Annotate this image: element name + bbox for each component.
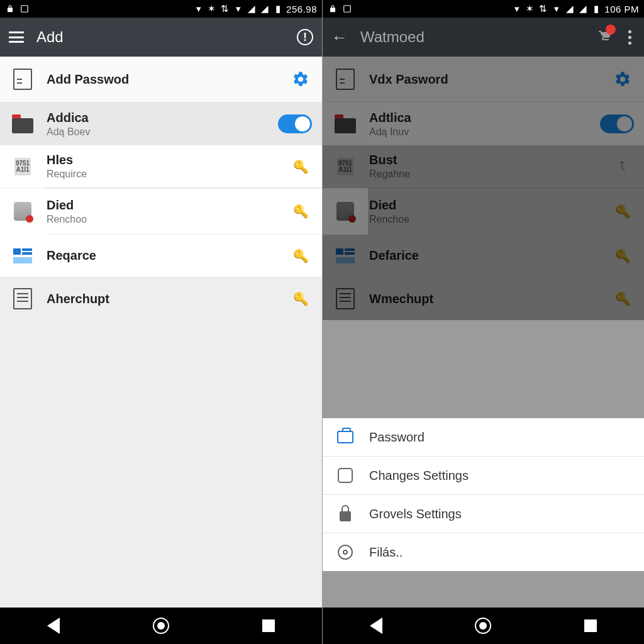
- item-title: Hles: [47, 153, 278, 167]
- toggle-row[interactable]: Addica Adą Boev: [0, 103, 322, 145]
- content-area: Vdx Pasword Adtlica Adą Inuv 9751A1I1 Bu…: [323, 57, 644, 608]
- key-icon[interactable]: 🔑: [611, 248, 634, 264]
- share-icon[interactable]: ⤴: [611, 159, 634, 174]
- header-title: Vdx Pasword: [369, 72, 600, 87]
- settings-gear-icon[interactable]: [611, 70, 634, 88]
- app-bar: ← Watmoed: [323, 18, 644, 57]
- list-item[interactable]: Reqarce 🔑: [0, 235, 322, 277]
- sheet-item-changes[interactable]: Changes Settings: [323, 457, 644, 495]
- list-item[interactable]: Wmechupt 🔑: [323, 277, 644, 320]
- list-item[interactable]: 9751A1I1 Bust Regahne ⤴: [323, 145, 644, 188]
- phone-right: ▾ ✶ ⇅ ▾ ◢ ◢ ▮ 106 PM ← Watmoed Vdx Paswo…: [322, 0, 644, 644]
- lock-status-icon: [328, 4, 337, 14]
- doc-icon: [333, 67, 358, 92]
- settings-gear-icon[interactable]: [289, 70, 312, 88]
- item-title: Wmechupt: [369, 292, 600, 306]
- tiles-icon: [10, 243, 35, 269]
- overflow-menu[interactable]: [625, 30, 635, 45]
- nav-back[interactable]: [41, 613, 66, 638]
- square-outline-icon: [336, 467, 354, 484]
- database-icon: [333, 199, 358, 224]
- item-title: Died: [369, 198, 600, 213]
- alert-icon[interactable]: !: [297, 29, 313, 45]
- app-title: Watmoed: [360, 28, 584, 46]
- list-item[interactable]: Died Renchoe 🔑: [368, 188, 644, 235]
- sheet-label: Changes Settings: [369, 469, 469, 483]
- item-sub: Renchoe: [369, 214, 600, 225]
- header-row[interactable]: Vdx Pasword: [323, 57, 644, 103]
- toggle-switch[interactable]: [600, 114, 634, 133]
- toggle-sub: Adą Boev: [47, 126, 267, 138]
- sheet-label: Filás..: [369, 545, 402, 560]
- battery-icon: ▮: [591, 4, 601, 14]
- list-item[interactable]: Aherchupt 🔑: [0, 277, 322, 320]
- database-icon: [10, 199, 35, 224]
- briefcase-icon: [336, 428, 354, 446]
- item-sub: Requirce: [47, 169, 278, 180]
- nav-bar: [0, 608, 322, 644]
- key-icon[interactable]: 🔑: [611, 204, 634, 219]
- nav-recent[interactable]: [256, 613, 281, 638]
- app-title: Add: [36, 28, 284, 46]
- text-block-icon: 9751A1I1: [333, 154, 358, 179]
- nav-home[interactable]: [470, 613, 496, 638]
- key-icon[interactable]: 🔑: [289, 291, 312, 306]
- item-title: Bust: [369, 153, 600, 167]
- sheet-item-grovels[interactable]: Grovels Settings: [323, 495, 644, 533]
- gear-outline-icon: [336, 543, 354, 561]
- menu-button[interactable]: [9, 31, 24, 43]
- sheet-label: Password: [369, 430, 425, 445]
- phone-left: ▾ ✶ ⇅ ▾ ◢ ◢ ▮ 256.98 Add ! Add Passwod A…: [0, 0, 322, 644]
- status-bar: ▾ ✶ ⇅ ▾ ◢ ◢ ▮ 106 PM: [323, 0, 644, 18]
- updown-icon: ⇅: [538, 4, 548, 14]
- item-title: Aherchupt: [47, 292, 278, 306]
- svg-rect-0: [21, 6, 28, 13]
- key-icon[interactable]: 🔑: [289, 159, 312, 174]
- wifi-icon: ▾: [512, 4, 521, 14]
- battery-icon: ▮: [273, 4, 282, 14]
- signal-icon: ◢: [565, 4, 574, 14]
- folder-icon: [10, 111, 35, 136]
- sheet-item-password[interactable]: Password: [323, 418, 644, 457]
- wifi2-icon: ▾: [552, 4, 561, 14]
- signal-icon: ◢: [247, 4, 256, 14]
- toggle-switch[interactable]: [278, 114, 312, 133]
- app-bar: Add !: [0, 18, 322, 57]
- square-status-icon: [19, 4, 29, 14]
- cell-icon: ◢: [578, 4, 587, 14]
- nav-back[interactable]: [364, 613, 389, 638]
- sheet-item-filas[interactable]: Filás..: [323, 533, 644, 571]
- item-sub: Renchoo: [47, 214, 278, 225]
- toggle-title: Addica: [47, 111, 267, 125]
- list-item[interactable]: Died Renchoo 🔑: [45, 188, 322, 235]
- toggle-row[interactable]: Adtlica Adą Inuv: [323, 103, 644, 145]
- nav-recent[interactable]: [578, 613, 603, 638]
- square-status-icon: [342, 4, 352, 14]
- bluetooth-icon: ✶: [207, 4, 216, 14]
- item-title: Reqarce: [47, 248, 278, 263]
- key-icon[interactable]: 🔑: [289, 204, 312, 219]
- nav-home[interactable]: [148, 613, 174, 638]
- key-icon[interactable]: 🔑: [289, 248, 312, 264]
- status-time: 106 PM: [604, 4, 639, 14]
- cart-icon[interactable]: [597, 28, 612, 46]
- bluetooth-icon: ✶: [525, 4, 535, 14]
- status-bar: ▾ ✶ ⇅ ▾ ◢ ◢ ▮ 256.98: [0, 0, 322, 18]
- doc-lines-icon: [10, 286, 35, 311]
- header-row[interactable]: Add Passwod: [0, 57, 322, 103]
- wifi-icon: ▾: [194, 4, 203, 14]
- updown-icon: ⇅: [220, 4, 230, 14]
- key-icon[interactable]: 🔑: [611, 291, 634, 306]
- list-item[interactable]: Defarice 🔑: [323, 235, 644, 277]
- item-title: Defarice: [369, 248, 600, 263]
- doc-icon: [10, 67, 35, 92]
- wifi2-icon: ▾: [233, 4, 243, 14]
- cell-icon: ◢: [260, 4, 269, 14]
- back-button[interactable]: ←: [331, 28, 348, 47]
- item-sub: Regahne: [369, 169, 600, 180]
- item-title: Died: [47, 198, 278, 213]
- text-block-icon: 9751A1I1: [10, 154, 35, 179]
- tiles-icon: [333, 243, 358, 269]
- header-title: Add Passwod: [47, 72, 278, 87]
- list-item[interactable]: 9751A1I1 Hles Requirce 🔑: [0, 145, 322, 188]
